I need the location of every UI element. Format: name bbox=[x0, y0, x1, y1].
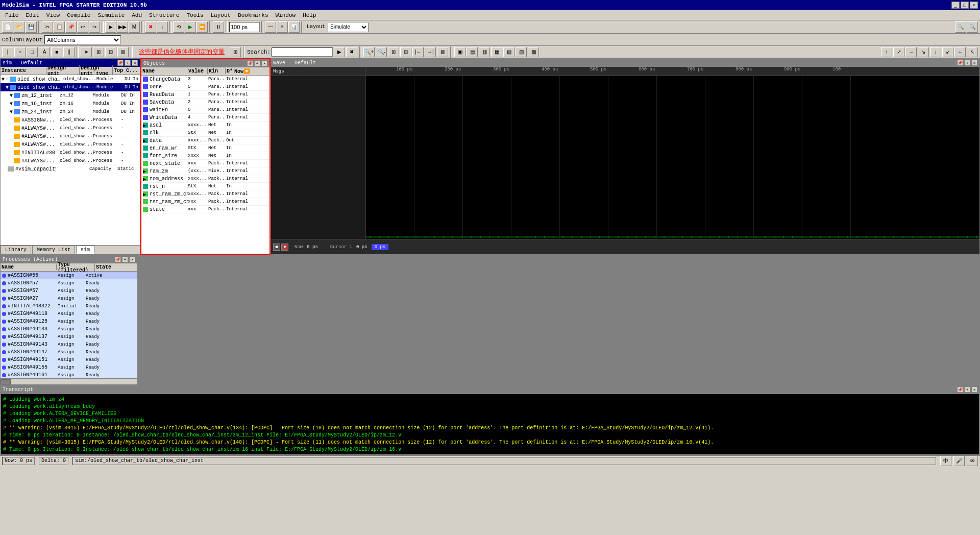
tb2-btn3[interactable]: □ bbox=[27, 47, 38, 57]
proc-row-6[interactable]: #ASSIGN#49125 Assign Ready bbox=[1, 318, 137, 325]
tb2-right6[interactable]: ↙ bbox=[942, 47, 953, 57]
objects-close-button[interactable]: × bbox=[261, 60, 267, 66]
obj-row-14[interactable]: rst_n StX Net In bbox=[141, 183, 270, 190]
obj-row-2[interactable]: ReadData 1 Para... Internal bbox=[141, 91, 270, 99]
sim-expand-button[interactable]: + bbox=[125, 60, 131, 66]
tb2-extra5[interactable]: ▧ bbox=[503, 47, 514, 57]
close-button[interactable]: × bbox=[970, 2, 978, 9]
proc-row-13[interactable]: #ASSIGN#49161 Assign Ready bbox=[1, 371, 137, 378]
tb2-btn6[interactable]: || bbox=[63, 47, 75, 57]
tb-restart-button[interactable]: ⟲ bbox=[173, 21, 184, 33]
tb-compile-all-button[interactable]: ▶▶ bbox=[117, 21, 128, 33]
menu-help[interactable]: Help bbox=[300, 12, 319, 19]
processes-close[interactable]: × bbox=[129, 256, 135, 262]
sim-row-1[interactable]: ▼ oled_show_cha... oled_show... Module D… bbox=[1, 83, 140, 91]
maximize-button[interactable]: □ bbox=[961, 2, 969, 9]
obj-row-15[interactable]: ▶ rst_ram_zm_cntx xxxx... Pack... Intern… bbox=[141, 190, 270, 198]
tb-zoom-in-button[interactable]: 🔍 bbox=[955, 21, 966, 33]
tab-memory-list[interactable]: Memory List bbox=[32, 246, 75, 254]
menu-file[interactable]: File bbox=[2, 12, 21, 19]
tb-run-all-button[interactable]: ⏩ bbox=[197, 21, 208, 33]
tb2-extra4[interactable]: ▦ bbox=[491, 47, 502, 57]
menu-layout[interactable]: Layout bbox=[208, 12, 234, 19]
tb2-zoom-button[interactable]: ⊟ bbox=[105, 47, 116, 57]
tb-step-button[interactable]: ↓ bbox=[157, 21, 168, 33]
tab-library[interactable]: Library bbox=[1, 246, 31, 254]
search-clear-button[interactable]: ✖ bbox=[346, 47, 357, 57]
proc-row-7[interactable]: #ASSIGN#49133 Assign Ready bbox=[1, 325, 137, 333]
col-layout-select[interactable]: AllColumns bbox=[44, 35, 121, 44]
tb2-extra3[interactable]: ▥ bbox=[479, 47, 490, 57]
tb2-extra7[interactable]: ▩ bbox=[528, 47, 539, 57]
sim-row-6[interactable]: #ALWAYS#... oled_show... Process - bbox=[1, 124, 140, 132]
processes-pin[interactable]: 📌 bbox=[115, 256, 121, 262]
tb2-right8[interactable]: ↖ bbox=[967, 47, 978, 57]
menu-tools[interactable]: Tools bbox=[183, 12, 206, 19]
status-icon2[interactable]: 🎤 bbox=[953, 456, 965, 466]
proc-row-9[interactable]: #ASSIGN#49143 Assign Ready bbox=[1, 341, 137, 348]
tb-new-button[interactable]: 📄 bbox=[2, 21, 13, 33]
menu-view[interactable]: View bbox=[43, 12, 63, 19]
obj-row-4[interactable]: WaitEn 0 Para... Internal bbox=[141, 106, 270, 114]
obj-row-13[interactable]: ▶ rom_address xxxx... Pack... Internal bbox=[141, 175, 270, 183]
tb-log-button[interactable]: 📊 bbox=[288, 21, 300, 33]
menu-window[interactable]: Window bbox=[273, 12, 299, 19]
proc-row-2[interactable]: #ASSIGN#57 Assign Ready bbox=[1, 287, 137, 295]
proc-row-12[interactable]: #ASSIGN#49155 Assign Ready bbox=[1, 363, 137, 371]
objects-expand-button[interactable]: + bbox=[254, 60, 260, 66]
tb-save-button[interactable]: 💾 bbox=[26, 21, 37, 33]
tb-run-button[interactable]: ▶ bbox=[185, 21, 196, 33]
obj-row-9[interactable]: en_ram_wr StX Net In bbox=[141, 144, 270, 152]
sim-row-11[interactable]: #vsim_capacity# Capacity Static bbox=[1, 165, 140, 173]
tb-redo-button[interactable]: ↪ bbox=[89, 21, 100, 33]
obj-row-10[interactable]: font_size xxxx Net In bbox=[141, 152, 270, 160]
tb2-cmd-button[interactable]: ⊞ bbox=[230, 47, 241, 57]
wave-icon2[interactable]: ● bbox=[281, 244, 288, 251]
tb2-right2[interactable]: ↗ bbox=[893, 47, 904, 57]
obj-row-11[interactable]: next_state xxx Pack... Internal bbox=[141, 160, 270, 167]
tb2-select-button[interactable]: ⊞ bbox=[93, 47, 104, 57]
proc-row-5[interactable]: #ASSIGN#49118 Assign Ready bbox=[1, 310, 137, 318]
search-input[interactable] bbox=[272, 47, 333, 57]
tb-open-button[interactable]: 📂 bbox=[14, 21, 25, 33]
menu-add[interactable]: Add bbox=[129, 12, 145, 19]
sim-row-9[interactable]: #INITIAL#30 oled_show... Process - bbox=[1, 149, 140, 157]
proc-row-4[interactable]: #INITIAL#48322 Initial Ready bbox=[1, 302, 137, 310]
tb2-extra1[interactable]: ▣ bbox=[454, 47, 465, 57]
layout-select[interactable]: Simulate bbox=[328, 22, 369, 32]
obj-row-17[interactable]: state xxx Pack... Internal bbox=[141, 206, 270, 213]
objects-pin-button[interactable]: 📌 bbox=[247, 60, 253, 66]
wave-close-button[interactable]: × bbox=[971, 60, 977, 66]
tb2-zoom-fit-wave[interactable]: ⊞ bbox=[388, 47, 399, 57]
menu-simulate[interactable]: Simulate bbox=[94, 12, 128, 19]
wave-icon1[interactable]: ◼ bbox=[273, 244, 280, 251]
tb-stop-button[interactable]: ✖ bbox=[145, 21, 156, 33]
transcript-close[interactable]: × bbox=[971, 386, 977, 393]
obj-row-16[interactable]: rst_ram_zm_cnty xxx Pack... Internal bbox=[141, 198, 270, 206]
processes-scroll-thumb[interactable] bbox=[1, 379, 11, 384]
transcript-pin[interactable]: 📌 bbox=[957, 386, 963, 393]
tb2-wave-extra1[interactable]: |← bbox=[412, 47, 424, 57]
tb-compile-button[interactable]: ▶ bbox=[105, 21, 116, 33]
wave-pin-button[interactable]: 📌 bbox=[957, 60, 963, 66]
menu-bookmarks[interactable]: Bookmarks bbox=[235, 12, 271, 19]
tb-sim-button[interactable]: M bbox=[129, 21, 140, 33]
tb2-btn2[interactable]: ○ bbox=[14, 47, 26, 57]
tb2-zoom-out-wave[interactable]: 🔍- bbox=[376, 47, 387, 57]
sim-row-4[interactable]: ▼ zm_24_inst zm_24 Module DU In bbox=[1, 108, 140, 116]
proc-row-8[interactable]: #ASSIGN#49137 Assign Ready bbox=[1, 333, 137, 341]
tb-break-button[interactable]: ⏸ bbox=[213, 21, 224, 33]
tb2-right3[interactable]: → bbox=[905, 47, 917, 57]
tb-zoom-out-button[interactable]: 🔍 bbox=[967, 21, 978, 33]
tb2-wave-extra3[interactable]: ⊠ bbox=[437, 47, 448, 57]
sim-row-8[interactable]: #ALWAYS#... oled_show... Process - bbox=[1, 140, 140, 149]
tb2-right1[interactable]: ↑ bbox=[881, 47, 892, 57]
menu-compile[interactable]: Compile bbox=[64, 12, 93, 19]
sim-close-button[interactable]: × bbox=[132, 60, 138, 66]
wave-expand-button[interactable]: + bbox=[964, 60, 970, 66]
tb2-extra2[interactable]: ▤ bbox=[467, 47, 478, 57]
sim-row-5[interactable]: #ASSIGN#... oled_show... Process - bbox=[1, 116, 140, 124]
tb-list-button[interactable]: ≡ bbox=[277, 21, 288, 33]
tab-sim[interactable]: sim bbox=[76, 246, 94, 254]
sim-row-10[interactable]: #ALWAYS#... oled_show... Process - bbox=[1, 157, 140, 165]
